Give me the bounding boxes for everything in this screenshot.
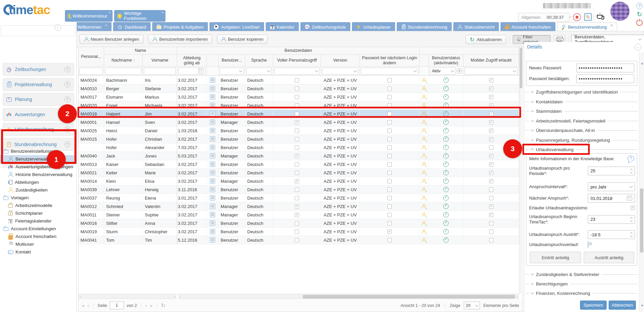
sidebar-item-benutzereinstellungen[interactable]: Benutzereinstellungen <box>0 147 77 155</box>
tab-account-freischalten[interactable]: Account freischalten <box>501 22 555 31</box>
cell-voller-zugriff[interactable] <box>273 185 321 194</box>
cell-passwort[interactable] <box>360 194 420 202</box>
checkbox[interactable] <box>295 238 299 242</box>
cell-status[interactable] <box>429 211 463 219</box>
cell-login-as[interactable]: → <box>420 160 429 168</box>
cell-status[interactable] <box>429 160 463 168</box>
cell-mobiler-zugriff[interactable] <box>463 211 519 219</box>
edit-booking-button[interactable]: ✎ <box>584 13 592 21</box>
section-berechtigungen[interactable]: Berechtigungen <box>525 280 638 287</box>
checkbox[interactable] <box>387 78 392 82</box>
table-row[interactable]: MA0025HeinzDaniel1.03.2016BenutzerDeutsc… <box>78 127 519 135</box>
page-input[interactable]: 1 <box>110 302 124 309</box>
table-row[interactable]: MA0016StifterAnna3.02.2017BenutzerDeutsc… <box>78 219 519 228</box>
table-row[interactable]: MA0037ReunigElena3.01.2017BenutzerDeutsc… <box>78 194 519 202</box>
cell-info[interactable] <box>207 236 219 244</box>
cell-voller-zugriff[interactable] <box>273 169 321 177</box>
checkbox[interactable] <box>489 238 493 242</box>
checkbox[interactable] <box>489 204 493 209</box>
cell-passwort[interactable] <box>360 236 420 244</box>
first-page-icon[interactable]: « <box>82 303 85 308</box>
tab-kalender[interactable]: Kalender <box>266 22 299 31</box>
help-icon[interactable]: ? <box>64 66 70 72</box>
cell-passwort[interactable] <box>360 127 420 135</box>
table-row[interactable]: MA0021KeilerMarie3.02.2017BenutzerDeutsc… <box>78 169 519 177</box>
sidebar-module-urlaubsverwaltung[interactable]: Urlaubsverwaltung? <box>3 123 74 136</box>
department-list-icon[interactable] <box>210 153 215 159</box>
checkbox[interactable] <box>489 221 493 226</box>
tab-stundenabrechnung[interactable]: Stundenabrechnung <box>397 22 452 31</box>
checkbox[interactable] <box>295 86 299 91</box>
urlaubsantragsstorno-checkbox[interactable] <box>631 206 635 210</box>
checkbox[interactable] <box>295 213 299 217</box>
cell-info[interactable] <box>207 219 219 227</box>
help-icon[interactable]: ? <box>64 141 70 147</box>
cell-login-as[interactable]: → <box>420 211 429 219</box>
col-sprache[interactable]: Sprache <box>245 55 273 67</box>
cell-mobiler-zugriff[interactable] <box>463 93 519 101</box>
cell-mobiler-zugriff[interactable] <box>463 202 519 210</box>
cell-status[interactable] <box>429 143 463 151</box>
frozen-pane-scrollbar[interactable]: ‹› <box>78 294 177 299</box>
cell-status[interactable] <box>429 202 463 210</box>
checkbox[interactable] <box>295 154 299 158</box>
spinner-up-icon[interactable] <box>630 169 633 171</box>
tab-zeitbuchungsliste[interactable]: Zeitbuchungsliste <box>300 22 350 31</box>
checkbox[interactable] <box>387 204 392 209</box>
cell-mobiler-zugriff[interactable] <box>463 101 519 109</box>
checkbox[interactable] <box>387 95 392 99</box>
login-as-user-icon[interactable]: → <box>422 179 427 183</box>
department-list-icon[interactable] <box>210 162 215 167</box>
spinner-down-icon[interactable] <box>630 219 633 222</box>
help-icon[interactable]: ? <box>64 126 70 132</box>
checkbox[interactable] <box>489 179 493 183</box>
checkbox[interactable] <box>387 120 392 125</box>
cell-voller-zugriff[interactable] <box>273 101 321 109</box>
table-row[interactable]: MA0040JackJones5.03.2017ManagerDeutschAZ… <box>78 152 519 160</box>
tour-tab-willkommenstour[interactable]: Willkommenstour× <box>65 10 112 22</box>
cell-passwort[interactable] <box>360 211 420 219</box>
cell-login-as[interactable]: → <box>420 219 429 227</box>
cell-voller-zugriff[interactable] <box>273 118 321 126</box>
anspruchsintervall-select[interactable]: pro Jahr <box>588 182 635 191</box>
verlauf-list-icon[interactable] <box>588 241 588 248</box>
cell-login-as[interactable]: → <box>420 101 429 109</box>
page-size-select[interactable]: 20 <box>464 302 480 309</box>
cell-status[interactable] <box>429 194 463 202</box>
login-as-user-icon[interactable]: → <box>422 204 427 209</box>
cell-mobiler-zugriff[interactable] <box>463 169 519 177</box>
help-icon[interactable]: ? <box>636 3 643 9</box>
login-as-user-icon[interactable]: → <box>422 111 427 116</box>
checkbox[interactable] <box>295 112 299 116</box>
sidebar-collapse-button[interactable]: ‹ <box>55 24 61 31</box>
scrollbar-thumb[interactable] <box>303 295 515 299</box>
cell-info[interactable] <box>207 101 219 109</box>
cell-info[interactable] <box>207 211 219 219</box>
checkbox[interactable] <box>489 78 493 82</box>
login-as-user-icon[interactable]: → <box>422 120 427 125</box>
scrollbar-thumb[interactable] <box>640 188 643 252</box>
checkbox[interactable] <box>387 154 392 158</box>
checkbox[interactable] <box>489 95 493 99</box>
tour-tab-wichtige-funktionen[interactable]: Wichtige Funktionen× <box>114 10 165 22</box>
section-ueberstundenpauschale[interactable]: Überstundenpauschale, All-in <box>525 127 638 134</box>
copy-user-button[interactable]: Benutzer kopieren <box>217 35 268 44</box>
sidebar-item-vorlagen[interactable]: Vorlagen <box>0 194 77 202</box>
filter-mobiler-zugriff[interactable] <box>463 67 519 75</box>
tab-urlaubsplaner[interactable]: Urlaubsplaner <box>352 22 395 31</box>
sidebar-item-arbeitszeitmodelle[interactable]: Arbeitszeitmodelle <box>0 202 77 209</box>
checkbox[interactable] <box>387 145 392 150</box>
cell-voller-zugriff[interactable] <box>273 202 321 210</box>
department-list-icon[interactable] <box>210 77 215 83</box>
checkbox[interactable] <box>489 120 493 125</box>
table-row[interactable]: MA0001HanselSven3.02.2017ManagerDeutschA… <box>78 118 519 127</box>
cell-passwort[interactable] <box>360 84 420 93</box>
checkbox[interactable] <box>489 86 493 91</box>
checkbox[interactable] <box>295 95 299 99</box>
department-list-icon[interactable] <box>210 145 215 150</box>
login-as-user-icon[interactable]: → <box>422 153 427 158</box>
cell-info[interactable] <box>207 169 219 177</box>
section-zugriffsberechtigungen[interactable]: Zugriffsberechtigungen und Identifikatio… <box>525 89 638 95</box>
cell-info[interactable] <box>207 93 219 101</box>
cell-passwort[interactable] <box>360 135 420 143</box>
